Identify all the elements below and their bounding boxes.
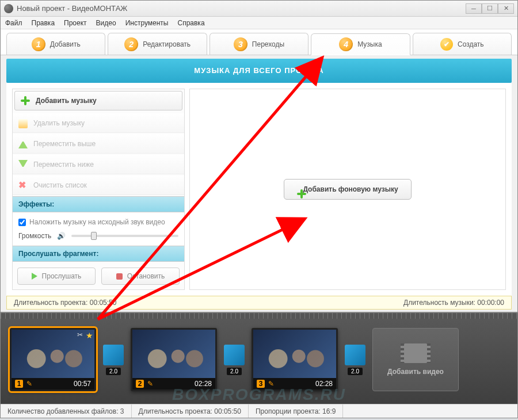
scissors-icon: ✂: [77, 331, 83, 339]
delete-music-button[interactable]: Удалить музыку: [13, 113, 184, 133]
speaker-icon: 🔊: [57, 232, 66, 240]
transition-duration: 2.0: [348, 368, 363, 375]
tab-add-label: Добавить: [50, 40, 81, 48]
plus-icon: [21, 96, 30, 105]
x-icon: ✖: [18, 181, 28, 190]
add-video-label: Добавить видео: [387, 368, 444, 376]
music-duration-value: 00:00:00: [477, 299, 504, 307]
aspect-ratio-value: 16:9: [322, 407, 336, 415]
transition-duration: 2.0: [106, 368, 121, 375]
close-button[interactable]: ✕: [498, 3, 514, 14]
pencil-icon[interactable]: ✎: [147, 380, 153, 388]
delete-music-label: Удалить музыку: [33, 119, 85, 127]
tab-add[interactable]: 1Добавить: [6, 33, 105, 55]
transition-duration: 2.0: [227, 368, 242, 375]
menu-tools[interactable]: Инструменты: [125, 19, 169, 27]
pencil-icon[interactable]: ✎: [26, 380, 32, 388]
menu-help[interactable]: Справка: [177, 19, 204, 27]
tab-edit-label: Редактировать: [143, 40, 191, 48]
add-video-button[interactable]: Добавить видео: [372, 328, 459, 391]
timeline-clip[interactable]: ✂★ 1✎00:57: [10, 328, 96, 391]
timeline-clip[interactable]: 2✎02:28: [131, 328, 217, 391]
files-count-value: 3: [120, 407, 124, 415]
clip-index: 2: [136, 380, 144, 388]
transition-slot[interactable]: [345, 345, 365, 365]
tab-edit[interactable]: 2Редактировать: [108, 33, 207, 55]
app-icon: [4, 4, 13, 13]
project-duration-label: Длительность проекта:: [14, 299, 87, 307]
move-up-label: Переместить выше: [33, 140, 96, 148]
effects-body: Наложить музыку на исходный звук видео Г…: [13, 213, 184, 245]
slider-thumb[interactable]: [91, 232, 97, 240]
menu-file[interactable]: Файл: [5, 19, 22, 27]
arrow-down-icon: [18, 160, 28, 169]
clip-index: 1: [15, 380, 23, 388]
minimize-button[interactable]: ─: [466, 3, 482, 14]
menu-project[interactable]: Проект: [64, 19, 87, 27]
clear-list-button[interactable]: ✖ Очистить список: [13, 175, 184, 195]
files-count-label: Количество добавленных файлов:: [7, 407, 118, 415]
move-down-label: Переместить ниже: [33, 161, 94, 169]
stop-label: Остановить: [127, 272, 165, 280]
status-duration-value: 00:05:50: [214, 407, 241, 415]
status-duration-label: Длительность проекта:: [139, 407, 212, 415]
clip-thumbnail: [253, 330, 336, 378]
content-area: Добавить музыку Удалить музыку Перемести…: [6, 83, 512, 296]
menu-video[interactable]: Видео: [96, 19, 116, 27]
clip-thumbnail: [132, 330, 215, 378]
watermark: BOXPROGRAMS.RU: [172, 385, 346, 404]
listen-buttons: Прослушать Остановить: [13, 263, 184, 289]
step-tabs: 1Добавить 2Редактировать 3Переходы 4Музы…: [1, 29, 517, 55]
tab-transitions[interactable]: 3Переходы: [210, 33, 308, 55]
minus-icon: [18, 119, 28, 128]
timeline-clip[interactable]: 3✎02:28: [252, 328, 338, 391]
tab-create-label: Создать: [458, 40, 484, 48]
volume-row: Громкость 🔊: [18, 232, 178, 240]
arrow-up-icon: [18, 139, 28, 148]
overlay-checkbox-row[interactable]: Наложить музыку на исходный звук видео: [18, 218, 178, 226]
music-sidebar: Добавить музыку Удалить музыку Перемести…: [12, 89, 185, 290]
music-duration-label: Длительность музыки:: [403, 299, 475, 307]
listen-header: Прослушать фрагмент:: [13, 246, 184, 262]
star-icon: ★: [86, 331, 93, 340]
section-banner: МУЗЫКА ДЛЯ ВСЕГО ПРОЕКТА: [6, 59, 512, 83]
tab-create[interactable]: ✔Создать: [413, 33, 512, 55]
play-button[interactable]: Прослушать: [17, 268, 96, 285]
add-bg-music-label: Добавить фоновую музыку: [303, 185, 398, 193]
clip-thumbnail: ✂★: [12, 330, 94, 378]
move-up-button[interactable]: Переместить выше: [13, 134, 184, 154]
maximize-button[interactable]: ☐: [482, 3, 498, 14]
film-icon: [404, 343, 427, 363]
transition-slot[interactable]: [224, 345, 245, 365]
overlay-label: Наложить музыку на исходный звук видео: [29, 218, 165, 226]
statusbar: Количество добавленных файлов: 3 Длитель…: [1, 404, 517, 418]
aspect-ratio-label: Пропорции проекта:: [256, 407, 321, 415]
add-music-label: Добавить музыку: [36, 97, 97, 105]
volume-slider[interactable]: [71, 235, 178, 237]
overlay-checkbox[interactable]: [18, 219, 26, 226]
music-main-panel: Добавить фоновую музыку: [189, 89, 506, 290]
titlebar: Новый проект - ВидеоМОНТАЖ ─ ☐ ✕: [1, 1, 517, 17]
menubar: Файл Правка Проект Видео Инструменты Спр…: [1, 17, 517, 29]
volume-label: Громкость: [18, 232, 51, 240]
duration-bar: Длительность проекта: 00:05:50 Длительно…: [6, 296, 512, 310]
add-music-button[interactable]: Добавить музыку: [14, 91, 182, 110]
add-bg-music-button[interactable]: Добавить фоновую музыку: [284, 179, 411, 200]
tab-transitions-label: Переходы: [252, 40, 284, 48]
tab-music[interactable]: 4Музыка: [311, 33, 410, 55]
move-down-button[interactable]: Переместить ниже: [13, 155, 184, 174]
effects-header: Эффекты:: [13, 196, 184, 212]
clear-list-label: Очистить список: [33, 181, 87, 189]
stop-icon: [116, 273, 123, 280]
app-window: Новый проект - ВидеоМОНТАЖ ─ ☐ ✕ Файл Пр…: [0, 0, 518, 418]
play-label: Прослушать: [42, 272, 82, 280]
window-title: Новый проект - ВидеоМОНТАЖ: [17, 4, 466, 13]
transition-slot[interactable]: [103, 345, 124, 365]
menu-edit[interactable]: Правка: [32, 19, 55, 27]
project-duration-value: 00:05:50: [90, 299, 117, 307]
clip-time: 00:57: [74, 380, 91, 388]
music-drop-area: Добавить фоновую музыку: [190, 89, 505, 289]
play-icon: [32, 273, 37, 280]
stop-button[interactable]: Остановить: [101, 268, 180, 285]
tab-music-label: Музыка: [357, 40, 382, 48]
